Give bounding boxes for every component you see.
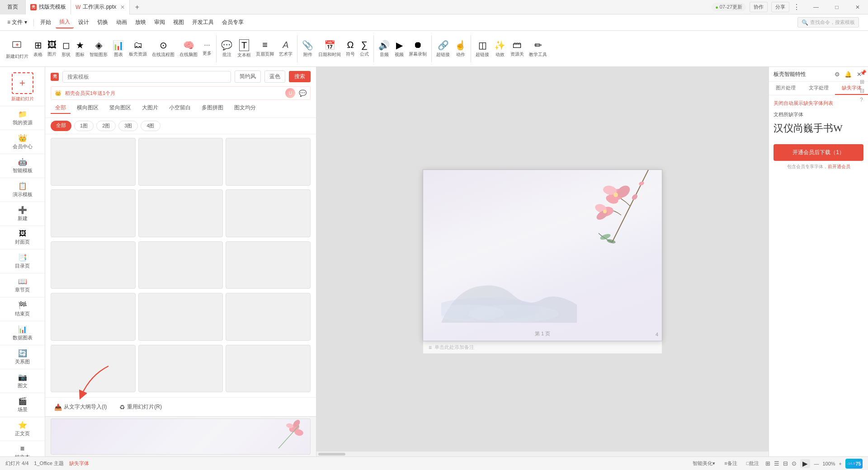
view-reading-btn[interactable]: ⊙ — [792, 460, 797, 467]
font-missing-status[interactable]: 缺失字体 — [69, 460, 89, 467]
more-options-icon[interactable]: ⋮ — [793, 3, 800, 11]
symbol-tool[interactable]: Ω 符号 — [344, 38, 357, 59]
formula-tool[interactable]: ∑ 公式 — [358, 38, 371, 59]
page-header-tool[interactable]: ≡ 页眉页脚 — [254, 38, 276, 59]
share-button[interactable]: 分享 — [771, 2, 789, 12]
search-command-box[interactable]: 🔍 查找命令，搜索模板 — [797, 17, 859, 28]
menu-animation[interactable]: 动画 — [113, 17, 131, 28]
sub-tab-4col[interactable]: 4图 — [141, 121, 160, 131]
smart-shape-tool[interactable]: ◈ 智能图形 — [87, 38, 110, 60]
template-cell[interactable] — [51, 189, 136, 237]
teaching-tool[interactable]: ✏ 教学工具 — [527, 38, 549, 60]
new-slide-panel-btn[interactable]: + 新建幻灯片 — [0, 67, 45, 106]
promo-banner[interactable]: 👑 稻壳会员买1年送1个月 U 💬 — [51, 86, 311, 100]
image-tool[interactable]: 🖼 图片 — [45, 38, 59, 59]
menu-start[interactable]: 开始 — [37, 17, 55, 28]
tab-add-button[interactable]: + — [130, 0, 144, 14]
datetime-tool[interactable]: 📅 日期和时间 — [316, 38, 343, 60]
rp-shrink-icon[interactable]: ⊟ — [860, 88, 867, 94]
sidebar-item-text-page[interactable]: ⭐ 正文页 — [0, 417, 45, 441]
template-cell[interactable] — [226, 241, 311, 289]
sidebar-item-toc[interactable]: 📑 目录页 — [0, 249, 45, 273]
close-auto-link[interactable]: 关闭自动展示缺失字体列表 — [774, 100, 863, 107]
template-cell[interactable] — [138, 138, 223, 186]
tab-close-icon[interactable]: ✕ — [120, 4, 125, 10]
online-flow-tool[interactable]: ⊙ 在线流程图 — [150, 38, 177, 60]
file-menu[interactable]: ≡ 文件 ▾ — [4, 17, 31, 28]
menu-view[interactable]: 视图 — [170, 17, 188, 28]
tab-all[interactable]: 全部 — [51, 103, 71, 114]
tab-vertical[interactable]: 竖向图区 — [105, 103, 136, 114]
menu-member[interactable]: 会员专享 — [218, 17, 247, 28]
comment-status-btn[interactable]: □批注 — [744, 459, 762, 468]
tab-pic-text-split[interactable]: 图文均分 — [230, 103, 260, 114]
more-tool[interactable]: ··· 更多 — [200, 39, 214, 58]
rp-pin-icon[interactable]: 📌 — [860, 70, 867, 76]
note-link[interactable]: 前开通会员 — [828, 164, 850, 169]
tab-horizontal[interactable]: 横向图区 — [72, 103, 103, 114]
sidebar-item-smart-template[interactable]: 🤖 智能模板 — [0, 154, 45, 178]
resource-set-tool[interactable]: 🗃 资源关 — [508, 38, 526, 59]
zoom-in-btn[interactable]: + — [839, 461, 842, 466]
video-tool[interactable]: ▶ 视频 — [392, 38, 406, 60]
icon-tool[interactable]: ★ 图标 — [73, 38, 87, 60]
template-cell[interactable] — [138, 241, 223, 289]
template-cell[interactable] — [226, 293, 311, 341]
menu-devtools[interactable]: 开发工具 — [189, 17, 217, 28]
template-cell[interactable] — [138, 189, 223, 237]
hyperlink-tool[interactable]: 🔗 超链接 — [434, 38, 452, 60]
template-cell[interactable] — [138, 345, 223, 393]
style-btn-simple[interactable]: 简约风 — [235, 70, 261, 83]
animation-tool[interactable]: ✨ 动效 — [492, 38, 508, 60]
sidebar-item-pic-text[interactable]: 📷 图文 — [0, 369, 45, 393]
sidebar-item-end[interactable]: 🏁 结束页 — [0, 297, 45, 321]
maximize-button[interactable]: □ — [826, 0, 847, 14]
audio-tool[interactable]: 🔊 音频 — [376, 38, 392, 60]
template-cell[interactable] — [226, 345, 311, 393]
attachment-tool[interactable]: 📎 附件 — [300, 38, 316, 60]
tab-small-blank[interactable]: 小空留白 — [165, 103, 195, 114]
menu-transition[interactable]: 切换 — [94, 17, 112, 28]
menu-insert[interactable]: 插入 — [56, 16, 74, 28]
template-cell[interactable] — [51, 293, 136, 341]
tab-template[interactable]: 壳 找版壳模板 — [26, 0, 71, 14]
template-cell[interactable] — [51, 345, 136, 393]
template-cell[interactable] — [226, 138, 311, 186]
template-cell[interactable] — [51, 138, 136, 186]
download-font-button[interactable]: 开通会员后下载（1） — [774, 144, 863, 161]
menu-design[interactable]: 设计 — [75, 17, 93, 28]
user-message-icon[interactable]: 💬 — [299, 89, 307, 97]
sidebar-item-my-resource[interactable]: 📁 我的资源 — [0, 106, 45, 130]
sub-tab-all[interactable]: 全部 — [51, 121, 71, 131]
slide-note-bar[interactable]: ≡ 单击此处添加备注 — [423, 341, 662, 354]
chart-tool[interactable]: 📊 图表 — [110, 38, 126, 60]
sub-tab-1col[interactable]: 1图 — [74, 121, 94, 131]
view-outline-btn[interactable]: ☰ — [774, 460, 779, 467]
online-board-tool[interactable]: 🧠 在线脑图 — [177, 38, 200, 60]
sidebar-item-cover[interactable]: 🖼 封面页 — [0, 226, 45, 249]
new-slide-tool[interactable]: 新建幻灯片 — [4, 36, 31, 61]
minimize-button[interactable]: — — [806, 0, 826, 14]
sub-tab-3col[interactable]: 3图 — [118, 121, 138, 131]
shape-tool[interactable]: ◻ 形状 — [59, 38, 73, 60]
tab-home[interactable]: 首页 — [0, 0, 26, 14]
sidebar-item-data-chart[interactable]: 📊 数据图表 — [0, 321, 45, 345]
view-normal-btn[interactable]: ⊞ — [765, 460, 770, 467]
notes-btn[interactable]: ≡备注 — [722, 459, 740, 468]
template-cell[interactable] — [51, 241, 136, 289]
right-panel-resize[interactable] — [763, 67, 769, 94]
sidebar-item-demo-template[interactable]: 📋 演示模板 — [0, 178, 45, 202]
search-button[interactable]: 搜索 — [289, 71, 311, 82]
horizontal-scrollbar[interactable] — [316, 451, 769, 456]
template-cell[interactable] — [138, 293, 223, 341]
rp-expand-icon[interactable]: ⊞ — [860, 79, 867, 85]
screen-record-tool[interactable]: ⏺ 屏幕录制 — [406, 38, 429, 59]
tab-multi-collage[interactable]: 多图拼图 — [197, 103, 228, 114]
resource-tool[interactable]: ◫ 超链接 — [473, 38, 491, 60]
play-button[interactable]: ▶ — [800, 459, 810, 468]
comment-tool[interactable]: 💬 批注 — [219, 38, 235, 60]
sidebar-item-member[interactable]: 👑 会员中心 — [0, 130, 45, 154]
sidebar-item-scene[interactable]: 🎬 场景 — [0, 393, 45, 417]
view-sorter-btn[interactable]: ⊟ — [783, 460, 788, 467]
sub-tab-2col[interactable]: 2图 — [96, 121, 116, 131]
